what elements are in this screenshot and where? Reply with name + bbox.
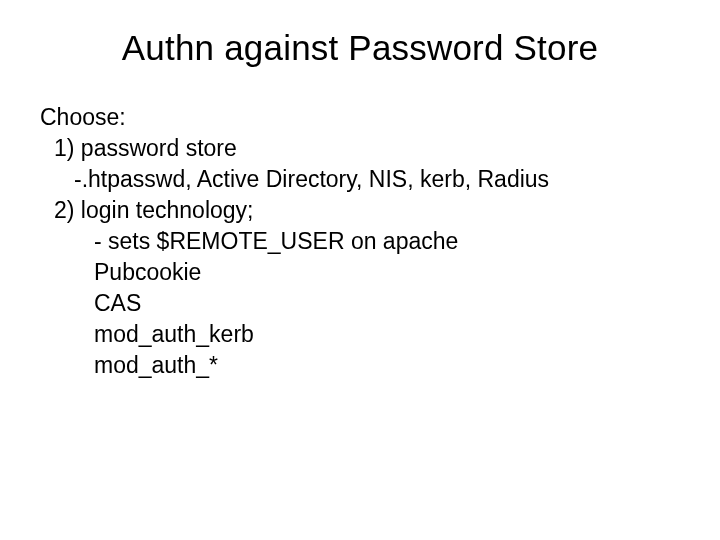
body-line: -.htpasswd, Active Directory, NIS, kerb,… [40,164,680,195]
body-line: mod_auth_* [40,350,680,381]
body-line: 2) login technology; [40,195,680,226]
body-line: - sets $REMOTE_USER on apache [40,226,680,257]
body-line: CAS [40,288,680,319]
slide: Authn against Password Store Choose: 1) … [0,0,720,540]
slide-body: Choose: 1) password store -.htpasswd, Ac… [40,102,680,381]
slide-title: Authn against Password Store [40,28,680,68]
body-line: Choose: [40,102,680,133]
body-line: mod_auth_kerb [40,319,680,350]
body-line: Pubcookie [40,257,680,288]
body-line: 1) password store [40,133,680,164]
